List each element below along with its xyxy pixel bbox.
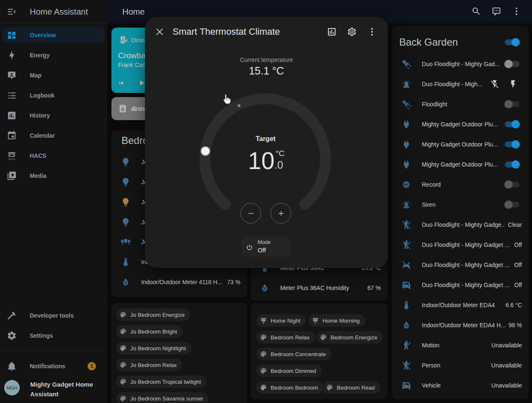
svg-text:HACS: HACS	[8, 158, 15, 160]
svg-text:REC: REC	[404, 183, 409, 186]
